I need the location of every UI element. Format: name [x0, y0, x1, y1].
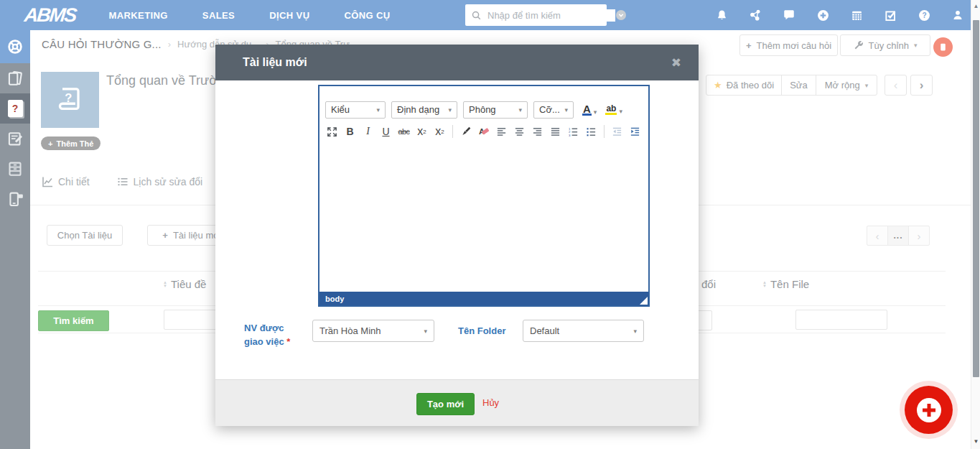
- maximize-icon[interactable]: [324, 123, 340, 140]
- strikethrough-button[interactable]: abc: [396, 123, 412, 140]
- scroll-up-icon[interactable]: ▲: [971, 3, 980, 9]
- create-label: Tạo mới: [427, 399, 464, 409]
- chevron-down-icon: ▾: [376, 106, 380, 114]
- left-sidebar: ?: [0, 30, 30, 449]
- scroll-down-icon[interactable]: ▼: [971, 438, 980, 445]
- highlight-letters: ab: [605, 104, 617, 115]
- editor-path-bar: body: [319, 292, 648, 305]
- sidebar-item-archive[interactable]: [0, 154, 30, 184]
- modal-title: Tài liệu mới: [243, 56, 671, 69]
- remove-format-icon[interactable]: A: [475, 123, 492, 140]
- chevron-down-icon: ▾: [594, 108, 597, 116]
- cluster-icon[interactable]: [749, 9, 762, 22]
- search-scope-icon[interactable]: [615, 9, 627, 21]
- justify-icon[interactable]: [547, 123, 564, 140]
- required-mark: *: [286, 336, 290, 347]
- font-select[interactable]: Phông ▾: [463, 101, 528, 119]
- folder-label: Tên Folder: [458, 324, 505, 338]
- size-select[interactable]: Cỡ... ▾: [533, 101, 574, 119]
- phone-sms-icon: [6, 190, 24, 208]
- modal-footer: Tạo mới Hủy: [215, 379, 699, 426]
- sidebar-item-faq[interactable]: ?: [0, 93, 30, 124]
- chevron-down-icon: ▾: [518, 106, 522, 114]
- quick-create-fab[interactable]: [905, 386, 953, 434]
- bold-button[interactable]: B: [342, 123, 358, 140]
- style-select-value: Kiểu: [331, 104, 350, 115]
- navbar-icons: ?: [715, 0, 964, 30]
- svg-text:3: 3: [569, 134, 571, 137]
- ordered-list-icon[interactable]: 123: [565, 123, 582, 140]
- assignee-label: NV được giao việc *: [244, 321, 312, 348]
- faq-book-icon: ?: [8, 100, 23, 117]
- editor-content-area[interactable]: [319, 142, 648, 292]
- sidebar-item-sms[interactable]: [0, 184, 30, 214]
- text-color-letter: A: [582, 104, 592, 116]
- cards-icon: [6, 70, 24, 87]
- check-square-icon[interactable]: [884, 9, 897, 22]
- archive-icon: [6, 160, 24, 177]
- align-left-icon[interactable]: [493, 123, 510, 140]
- user-icon[interactable]: [951, 9, 964, 22]
- bell-icon[interactable]: [715, 9, 728, 22]
- top-navbar: ABMS MARKETING SALES DỊCH VỤ CÔNG CỤ: [0, 0, 980, 30]
- text-color-button[interactable]: A ▾: [582, 104, 597, 116]
- note-edit-icon: [6, 130, 24, 147]
- calendar-icon[interactable]: [850, 9, 863, 22]
- outdent-icon[interactable]: [609, 123, 625, 140]
- close-icon[interactable]: ✖: [671, 55, 681, 70]
- menu-cong-cu[interactable]: CÔNG CỤ: [327, 10, 407, 21]
- sidebar-item-cards[interactable]: [0, 63, 30, 93]
- search-icon: [471, 10, 482, 21]
- search-input[interactable]: [486, 9, 615, 22]
- abms-logo[interactable]: ABMS: [23, 4, 77, 27]
- new-document-modal: Tài liệu mới ✖: [215, 45, 699, 426]
- format-select[interactable]: Định dạng ▾: [391, 101, 457, 119]
- copy-format-icon[interactable]: [457, 123, 474, 140]
- menu-dich-vu[interactable]: DỊCH VỤ: [252, 10, 327, 21]
- plus-circle-icon[interactable]: [816, 9, 829, 22]
- editor-path-label[interactable]: body: [325, 295, 344, 303]
- create-button[interactable]: Tạo mới: [416, 393, 475, 415]
- highlight-color-button[interactable]: ab ▾: [605, 104, 622, 115]
- align-center-icon[interactable]: [511, 123, 528, 140]
- chevron-down-icon: ▾: [448, 106, 452, 114]
- subscript-button[interactable]: x2: [414, 123, 430, 140]
- superscript-button[interactable]: x2: [431, 123, 448, 140]
- underline-button[interactable]: U: [378, 123, 394, 140]
- assignee-select[interactable]: Trần Hòa Minh ▾: [312, 320, 434, 342]
- format-select-value: Định dạng: [397, 104, 439, 115]
- font-select-value: Phông: [469, 104, 496, 115]
- assignee-select-value: Trần Hòa Minh: [319, 325, 381, 336]
- help-icon[interactable]: ?: [918, 9, 930, 22]
- indent-icon[interactable]: [627, 123, 643, 140]
- size-select-value: Cỡ...: [539, 104, 560, 115]
- editor-toolbar-row-2: Kiểu ▾ Định dạng ▾ Phông ▾ Cỡ... ▾ A ▾: [319, 98, 648, 121]
- editor-toolbar-row-clipped: [319, 86, 648, 98]
- menu-marketing[interactable]: MARKETING: [92, 10, 185, 21]
- svg-text:?: ?: [922, 11, 926, 19]
- italic-button[interactable]: I: [360, 123, 376, 140]
- resize-grip-icon[interactable]: [640, 297, 648, 305]
- editor-toolbar-row-3: B I U abc x2 x2 A: [319, 121, 648, 142]
- chevron-down-icon: ▾: [633, 328, 637, 335]
- bullet-list-icon[interactable]: [583, 123, 599, 140]
- sidebar-item-support[interactable]: [0, 30, 30, 63]
- life-ring-icon: [6, 38, 24, 55]
- align-right-icon[interactable]: [529, 123, 546, 140]
- cancel-link[interactable]: Hủy: [482, 397, 499, 408]
- cancel-label: Hủy: [482, 397, 499, 408]
- menu-sales[interactable]: SALES: [185, 10, 252, 21]
- main-menu: MARKETING SALES DỊCH VỤ CÔNG CỤ: [92, 10, 408, 21]
- chat-icon[interactable]: [783, 9, 795, 22]
- scrollbar-thumb[interactable]: [973, 20, 979, 377]
- style-select[interactable]: Kiểu ▾: [325, 101, 386, 119]
- page-scrollbar[interactable]: ▲ ▼: [971, 0, 980, 449]
- plus-icon: [917, 398, 941, 422]
- chevron-down-icon: ▾: [619, 108, 622, 115]
- sidebar-item-notes[interactable]: [0, 124, 30, 154]
- modal-header: Tài liệu mới ✖: [215, 45, 699, 80]
- folder-select[interactable]: Default ▾: [523, 320, 644, 342]
- rich-text-editor: Kiểu ▾ Định dạng ▾ Phông ▾ Cỡ... ▾ A ▾: [318, 85, 650, 307]
- global-search: [465, 4, 607, 26]
- chevron-down-icon: ▾: [564, 106, 568, 114]
